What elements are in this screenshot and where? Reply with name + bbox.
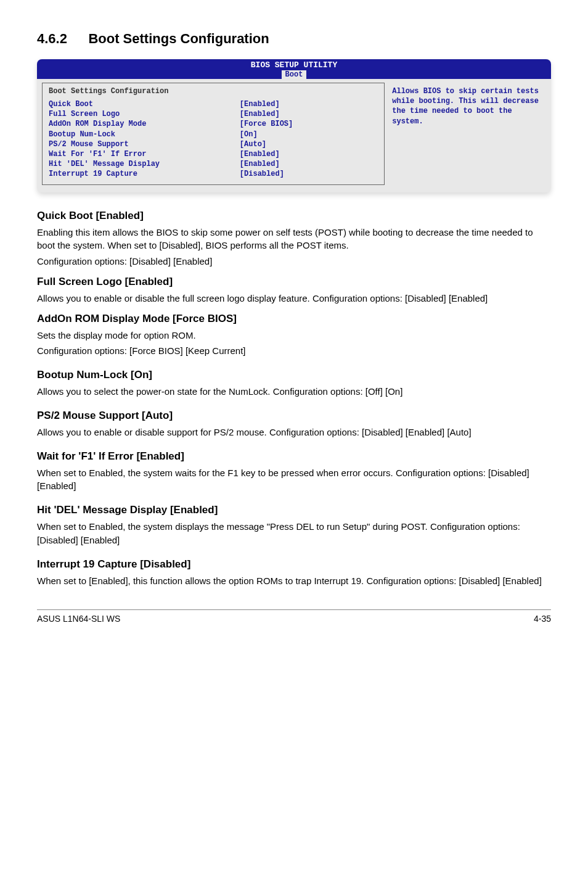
bios-item: Interrupt 19 Capture [Disabled]: [49, 169, 378, 179]
bios-item-label: Full Screen Logo: [49, 109, 240, 119]
subsection-title: Interrupt 19 Capture [Disabled]: [37, 558, 551, 571]
footer-left: ASUS L1N64-SLI WS: [37, 614, 120, 624]
subsection-title: Hit 'DEL' Message Display [Enabled]: [37, 504, 551, 516]
bios-item-label: AddOn ROM Display Mode: [49, 119, 240, 129]
subsection-paragraph: Allows you to enable or disable the full…: [37, 292, 551, 305]
bios-header-title: BIOS SETUP UTILITY: [37, 60, 551, 70]
page-footer: ASUS L1N64-SLI WS 4-35: [37, 609, 551, 624]
section-header: 4.6.2 Boot Settings Configuration: [37, 31, 551, 47]
subsection-paragraph: Sets the display mode for option ROM.: [37, 329, 551, 342]
bios-setup-box: BIOS SETUP UTILITY Boot Boot Settings Co…: [37, 59, 551, 192]
bios-item-value: [Enabled]: [240, 109, 378, 119]
section-number: 4.6.2: [37, 31, 67, 47]
subsection-paragraph: Allows you to select the power-on state …: [37, 385, 551, 398]
bios-item-value: [On]: [240, 130, 378, 139]
bios-tab-boot: Boot: [282, 70, 307, 79]
bios-item-label: Interrupt 19 Capture: [49, 169, 240, 179]
bios-header: BIOS SETUP UTILITY Boot: [37, 59, 551, 79]
bios-item: Quick Boot [Enabled]: [49, 99, 378, 109]
subsection-paragraph: When set to Enabled, the system displays…: [37, 520, 551, 547]
subsection-title: Wait for 'F1' If Error [Enabled]: [37, 450, 551, 463]
subsection-title: PS/2 Mouse Support [Auto]: [37, 410, 551, 422]
bios-item-value: [Enabled]: [240, 99, 378, 109]
subsection-title: AddOn ROM Display Mode [Force BIOS]: [37, 313, 551, 325]
bios-item-label: Bootup Num-Lock: [49, 130, 240, 139]
bios-help-panel: Allows BIOS to skip certain tests while …: [385, 83, 546, 185]
bios-left-panel: Boot Settings Configuration Quick Boot […: [42, 83, 385, 185]
bios-item: Full Screen Logo [Enabled]: [49, 109, 378, 119]
bios-item-value: [Enabled]: [240, 159, 378, 169]
subsections-container: Quick Boot [Enabled]Enabling this item a…: [37, 210, 551, 588]
subsection-paragraph: Enabling this item allows the BIOS to sk…: [37, 226, 551, 253]
bios-item-label: Quick Boot: [49, 99, 240, 109]
bios-item: PS/2 Mouse Support [Auto]: [49, 139, 378, 149]
bios-item-value: [Disabled]: [240, 169, 378, 179]
bios-item: Wait For 'F1' If Error [Enabled]: [49, 149, 378, 159]
subsection-paragraph: Configuration options: [Force BIOS] [Kee…: [37, 344, 551, 358]
subsection-paragraph: When set to [Enabled], this function all…: [37, 574, 551, 588]
subsection-title: Quick Boot [Enabled]: [37, 210, 551, 222]
subsection-paragraph: Allows you to enable or disable support …: [37, 426, 551, 439]
bios-item: Bootup Num-Lock [On]: [49, 130, 378, 139]
subsection-paragraph: When set to Enabled, the system waits fo…: [37, 466, 551, 493]
bios-item-label: Hit 'DEL' Message Display: [49, 159, 240, 169]
bios-help-text: Allows BIOS to skip certain tests while …: [392, 86, 541, 126]
footer-page-number: 4-35: [534, 614, 551, 624]
bios-item-value: [Auto]: [240, 139, 378, 149]
subsection-title: Full Screen Logo [Enabled]: [37, 276, 551, 288]
bios-item: AddOn ROM Display Mode [Force BIOS]: [49, 119, 378, 129]
subsection-title: Bootup Num-Lock [On]: [37, 369, 551, 381]
bios-item-value: [Force BIOS]: [240, 119, 378, 129]
bios-item-label: PS/2 Mouse Support: [49, 139, 240, 149]
bios-item: Hit 'DEL' Message Display [Enabled]: [49, 159, 378, 169]
bios-item-value: [Enabled]: [240, 149, 378, 159]
subsection-paragraph: Configuration options: [Disabled] [Enabl…: [37, 255, 551, 268]
bios-body: Boot Settings Configuration Quick Boot […: [42, 83, 546, 185]
bios-panel-title: Boot Settings Configuration: [49, 87, 378, 96]
section-title: Boot Settings Configuration: [88, 31, 269, 47]
bios-item-label: Wait For 'F1' If Error: [49, 149, 240, 159]
